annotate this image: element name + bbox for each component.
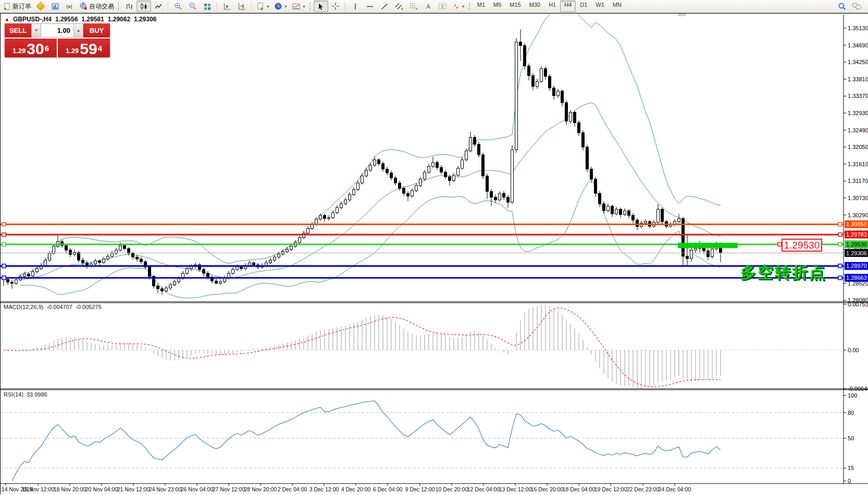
autotrade-button[interactable]: 自动交易 <box>77 1 116 12</box>
horizontal-line-button[interactable] <box>363 1 377 12</box>
candle-body <box>540 69 543 81</box>
candle-body <box>440 167 443 172</box>
crosshair-button[interactable] <box>328 1 343 12</box>
tile-windows-icon <box>203 3 212 10</box>
candle-body <box>148 267 151 277</box>
market-watch-button[interactable] <box>48 1 63 12</box>
timeframe-bar: M1 M5 M15 M30 H1 H4 D1 W1 MN <box>473 1 626 12</box>
equidistant-channel-button[interactable]: E <box>392 1 406 12</box>
line-anchor-handle[interactable] <box>2 276 6 280</box>
macd-name: MACD(12,26,9) <box>4 304 43 310</box>
community-chat-button[interactable] <box>849 1 864 12</box>
tf-m5[interactable]: M5 <box>489 1 505 12</box>
candle-body <box>507 197 510 203</box>
window-tab-handle[interactable] <box>678 14 686 16</box>
cursor-button[interactable] <box>314 1 328 12</box>
sell-price-big: 30 <box>27 42 44 56</box>
text-icon: A <box>425 3 432 10</box>
line-anchor-handle[interactable] <box>2 222 6 226</box>
candle-body <box>586 147 589 169</box>
history-center-button[interactable] <box>33 1 48 12</box>
tf-m1[interactable]: M1 <box>473 1 489 12</box>
text-label-button[interactable]: T <box>436 1 450 12</box>
zoom-out-icon <box>189 2 197 10</box>
candle-body <box>65 245 68 250</box>
price-tick-label: 1.33370 <box>848 93 868 99</box>
toolbar-separator <box>168 2 169 11</box>
autotrade-globe-icon <box>79 2 88 10</box>
candle-body <box>269 260 272 263</box>
macd-signal-value: -0.005275 <box>76 304 102 310</box>
candle-body <box>374 160 376 165</box>
line-anchor-handle[interactable] <box>2 264 6 268</box>
time-tick-label: 4 Dec 20:00 <box>341 486 371 492</box>
candle-body <box>157 286 159 289</box>
indicators-button[interactable]: ▼ <box>290 1 308 12</box>
chart-canvas[interactable]: 1.351301.346901.342501.338101.333701.329… <box>1 14 868 495</box>
candle-body <box>457 168 460 175</box>
chinese-annotation[interactable]: 多空转折点 <box>740 262 826 283</box>
axis-price-box-label: 1.28970 <box>846 263 867 269</box>
templates-button[interactable]: ▼ <box>254 1 272 12</box>
tf-h1[interactable]: H1 <box>544 1 560 12</box>
line-anchor-handle[interactable] <box>2 242 6 246</box>
collapse-triangle-icon[interactable]: ▲ <box>5 17 9 22</box>
candle-body <box>386 169 389 172</box>
arrows-button[interactable]: ▼ <box>450 1 467 12</box>
candle-body <box>107 256 109 259</box>
sell-price-button[interactable]: 1.29306 <box>5 39 58 57</box>
candle-body <box>232 269 234 273</box>
line-anchor-handle[interactable] <box>838 264 842 268</box>
line-chart-button[interactable] <box>151 1 166 12</box>
line-anchor-handle[interactable] <box>838 233 842 237</box>
volume-input[interactable] <box>41 23 73 38</box>
zoom-out-button[interactable] <box>185 1 200 12</box>
volume-decrease-button[interactable]: ▼ <box>31 23 41 38</box>
tile-windows-button[interactable] <box>200 1 215 12</box>
clock-icon <box>274 2 282 10</box>
new-order-button[interactable]: 新订单 <box>1 1 33 12</box>
time-tick-label: 21 Nov 12:00 <box>117 486 150 492</box>
tf-mn[interactable]: MN <box>609 1 626 12</box>
buy-button[interactable]: BUY <box>83 23 110 38</box>
tf-d1[interactable]: D1 <box>576 1 591 12</box>
candle-body <box>486 176 489 192</box>
tf-w1[interactable]: W1 <box>591 1 609 12</box>
price-callout-label[interactable]: 1.29530 <box>782 239 822 252</box>
candle-body <box>86 263 89 265</box>
candle-body <box>344 200 347 204</box>
chart-shift-button[interactable] <box>234 1 249 12</box>
periods-menu-button[interactable]: ▼ <box>272 1 290 12</box>
buy-price-button[interactable]: 1.29594 <box>58 39 110 57</box>
line-anchor-handle[interactable] <box>838 242 842 246</box>
zoom-in-button[interactable] <box>171 1 185 12</box>
line-anchor-handle[interactable] <box>838 276 842 280</box>
dropdown-caret-icon: ▼ <box>284 5 288 8</box>
bar-chart-button[interactable] <box>122 1 137 12</box>
fibonacci-button[interactable]: F <box>406 1 421 12</box>
trendline-button[interactable] <box>377 1 392 12</box>
price-tick-label: 1.30290 <box>848 212 868 218</box>
search-button[interactable] <box>835 1 849 12</box>
line-anchor-handle[interactable] <box>838 222 842 226</box>
tf-m30[interactable]: M30 <box>525 1 544 12</box>
highlight-zone[interactable] <box>678 243 738 248</box>
volume-increase-button[interactable]: ▲ <box>73 23 83 38</box>
sell-button[interactable]: SELL <box>5 23 31 38</box>
text-button[interactable]: A <box>421 1 436 12</box>
tf-h4[interactable]: H4 <box>560 1 576 12</box>
candle-body <box>286 250 289 252</box>
vertical-line-button[interactable] <box>348 1 363 12</box>
candle-chart-button[interactable] <box>137 1 151 12</box>
auto-scroll-button[interactable] <box>220 1 234 12</box>
tf-m15[interactable]: M15 <box>505 1 525 12</box>
quote-open: 1.29556 <box>55 16 78 23</box>
vertical-line-icon <box>352 3 359 10</box>
callout-anchor-handle[interactable] <box>778 242 782 246</box>
new-order-icon <box>3 3 11 10</box>
candle-body <box>207 273 209 277</box>
signals-button[interactable] <box>63 1 77 12</box>
candle-body <box>690 250 693 258</box>
buy-price-big: 59 <box>80 42 97 56</box>
line-anchor-handle[interactable] <box>2 233 6 237</box>
